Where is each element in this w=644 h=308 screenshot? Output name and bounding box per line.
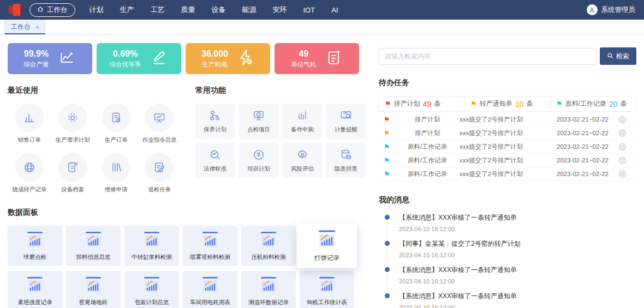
search-button[interactable]: 检索 [600,47,636,65]
stat-card-power-consumption[interactable]: 36.000 生产耗电 [186,43,270,74]
common-section: 常用功能 保养计划 点检项目 备件申购 [195,86,363,194]
todo-row[interactable]: ⚑ 排产计划 xxx提交了2号排产计划 2023-02-21~02-22 [379,126,636,140]
menu-item-quality[interactable]: 质量 [181,5,195,15]
common-item-risk-assessment[interactable]: 风险评估 [283,143,322,178]
workbench-button[interactable]: 工作台 [29,3,75,17]
recent-item-production-order[interactable]: 生产订单 [94,104,138,144]
message-item[interactable]: 【系统消息】XXX审核了一条转产通知单 2023-04-10 16:12:00 [384,213,636,239]
stat-value: 49 [291,49,317,59]
dashboard-chart-icon [24,231,46,250]
todo-tab-scheduling-plan[interactable]: ⚑ 排产计划 49 条 [379,96,465,111]
stat-label: 综合优等率 [110,61,141,69]
datapanel-card-spray-tower-powder-test[interactable]: 喷雾塔粉料检测 [183,226,237,266]
common-item-spot-check[interactable]: 点检项目 [239,104,278,138]
mesh-globe-icon[interactable] [618,129,636,138]
tab-close-icon[interactable]: × [35,24,39,31]
datapanel-card-packing-plan[interactable]: 包装计划总览 [124,271,179,308]
todo-tab-change-notice[interactable]: ⚑ 转产通知单 10 条 [465,96,551,111]
datapanel-card-kiln-tail-tile[interactable]: 窑尾场地砖 [66,271,121,308]
todo-row[interactable]: ⚑ 原料/工作记录 xxx提交了2号排产计划 2023-02-21~02-22 [379,140,636,154]
common-item-spare-parts[interactable]: 备件申购 [283,104,322,138]
stat-cards: 99.9% 综合产量 0.69% 综合优等率 36.000 生产耗电 49 单位… [8,43,363,74]
recent-item-firing-change-record[interactable]: 烧成转产记录 [8,153,51,194]
gear-badge-icon [296,148,309,161]
todo-section: 待办任务 ⚑ 排产计划 49 条 ⚑ 转产通知单 10 条 ⚑ 原料/工作记录 [379,78,636,181]
common-item-maintenance-plan[interactable]: 保养计划 [195,104,235,138]
recent-section: 最近使用 销售订单 生产需求计划 生产订单 [8,86,181,194]
menu-item-plan[interactable]: 计划 [90,5,104,15]
todo-row[interactable]: ⚑ 排产计划 xxx提交了2号排产计划 2023-02-21~02-22 [379,113,636,126]
mesh-globe-icon[interactable] [618,170,636,179]
datapanel-card-workshop-power-table[interactable]: 车间用电耗用表 [183,271,237,308]
todo-row[interactable]: ⚑ 原料/工作记录 xxx提交了2号排产计划 2023-02-21~02-22 [379,167,636,181]
menu-item-ai[interactable]: AI [331,6,338,14]
recent-item-repair-request[interactable]: 维修申请 [94,153,138,194]
home-icon [37,6,44,14]
common-item-metering-reminder[interactable]: 计量提醒 [326,104,366,138]
message-item[interactable]: 【系统消息】XXX审核了一条转产通知单 2023-04-10 16:12:00 [384,292,636,308]
monitor-search-icon [339,109,353,122]
flag-icon: ⚑ [379,157,395,164]
dashboard-chart-icon [24,276,46,295]
main-menu: 计划 生产 工艺 质量 设备 能源 安环 IOT AI [90,5,587,15]
message-item[interactable]: 【系统消息】XXX审核了一条转产通知单 2023-04-10 16:12:00 [384,265,636,292]
menu-item-safety[interactable]: 安环 [273,5,287,15]
menu-item-energy[interactable]: 能源 [242,5,257,15]
recent-item-equipment-archive[interactable]: 设备档案 [51,153,95,194]
dashboard-chart-icon [199,231,221,250]
dashboard-chart-icon [82,276,104,295]
stat-label: 单位气耗 [291,61,317,69]
mesh-globe-icon[interactable] [618,142,636,152]
search-input[interactable] [379,48,597,65]
recent-item-sales-order[interactable]: 销售订单 [8,104,51,144]
top-navbar: 工作台 计划 生产 工艺 质量 设备 能源 安环 IOT AI 系统管理员 [0,0,644,20]
database-icon [339,148,353,161]
presentation-chart-icon [145,104,174,132]
stat-card-gas-consumption[interactable]: 49 单位气耗 [275,43,359,74]
stat-card-quality-rate[interactable]: 0.69% 综合优等率 [97,43,181,74]
menu-item-process[interactable]: 工艺 [151,5,165,15]
search-chart-icon [208,148,222,161]
recent-item-demand-plan[interactable]: 生产需求计划 [51,104,95,144]
left-middle-row: 最近使用 销售订单 生产需求计划 生产订单 [8,86,363,194]
stat-label: 生产耗电 [201,61,228,69]
datapanel-card-ball-mill-check[interactable]: 球磨点检 [8,226,62,266]
todo-list: ⚑ 排产计划 xxx提交了2号排产计划 2023-02-21~02-22 ⚑ 排… [379,113,636,181]
datapanel-card-excavator-stats[interactable]: 钩机工作统计表 [300,271,354,308]
menu-item-equipment[interactable]: 设备 [212,5,226,15]
todo-tab-material-work-record[interactable]: ⚑ 原料/工作记录 20 条 [551,96,636,111]
todo-count: 49 [423,100,432,108]
org-chart-icon [208,109,222,122]
tab-workbench[interactable]: 工作台 × [4,20,45,34]
todo-row[interactable]: ⚑ 原料/工作记录 xxx提交了2号排产计划 2023-02-21~02-22 [379,154,636,167]
datapanel-card-feed-info[interactable]: 投料信息总览 [66,226,121,266]
common-grid: 保养计划 点检项目 备件申购 计量提醒 [195,104,363,178]
common-item-training-plan[interactable]: 培训计划 [239,143,278,178]
datapanel-card-body-strength-record[interactable]: 素坯强度记录 [8,271,62,308]
messages-title: 我的消息 [379,195,636,205]
datapanel-card-transfer-slurry-test[interactable]: 中转缸浆料检测 [124,226,179,266]
menu-item-iot[interactable]: IOT [303,6,315,14]
app-logo [9,4,22,16]
recent-item-work-instruction[interactable]: 作业指令总览 [138,104,182,144]
message-item[interactable]: 【同事】金某某：提交了2号窑的转产计划 2023-04-10 16:12:00 [384,239,636,265]
dashboard-chart-icon [141,231,163,250]
datapanel-card-temp-ring-record[interactable]: 测温环数据记录 [241,271,296,308]
mesh-globe-icon[interactable] [618,115,636,124]
common-item-hazard-check[interactable]: 隐患排查 [326,143,366,178]
datapanel-card-press-powder-test[interactable]: 压机粉料检测 [241,226,296,266]
common-item-legal-standard[interactable]: 法律标准 [195,143,235,178]
recent-item-inspection-task[interactable]: 巡检任务 [138,153,182,194]
stat-label: 综合产量 [24,61,49,69]
tab-label: 工作台 [11,22,31,32]
user-menu[interactable]: 系统管理员 [587,4,636,15]
common-title: 常用功能 [195,86,363,95]
stat-card-output[interactable]: 99.9% 综合产量 [8,43,92,74]
workbench-label: 工作台 [47,5,68,15]
datapanel-card-cake-record[interactable]: 打饼记录 [297,224,357,268]
left-column: 99.9% 综合产量 0.69% 综合优等率 36.000 生产耗电 49 单位… [8,43,363,308]
lightning-icon [237,49,254,69]
menu-item-production[interactable]: 生产 [120,5,134,15]
mesh-globe-icon[interactable] [618,156,636,165]
pencil-icon [150,49,168,69]
